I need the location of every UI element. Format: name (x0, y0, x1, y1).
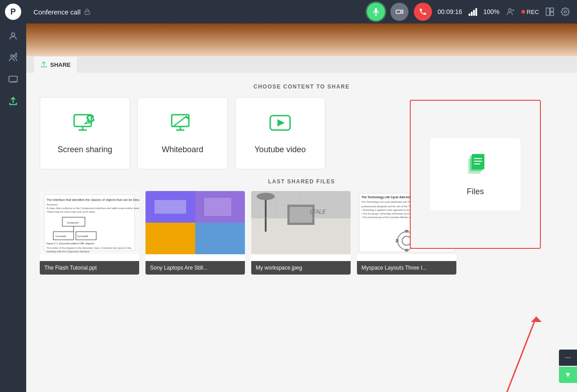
file-thumb-label-4: Myspace Layouts Three I... (357, 261, 456, 275)
svg-line-24 (174, 117, 186, 126)
share-tab[interactable]: SHARE (33, 56, 78, 73)
file-thumb-label-1: The Flash Tutorial.ppt (40, 261, 139, 275)
rec-dot (521, 10, 525, 14)
whiteboard-icon (170, 112, 195, 139)
svg-rect-52 (265, 196, 267, 232)
svg-text:A class that conforms to the C: A class that conforms to the Component i… (47, 207, 139, 210)
youtube-icon (267, 112, 293, 139)
svg-rect-10 (396, 10, 401, 14)
share-tab-bar: SHARE (26, 56, 577, 73)
sidebar-item-users[interactable] (3, 48, 23, 68)
svg-marker-26 (277, 119, 285, 126)
file-thumb-img-3: LTALE (251, 191, 351, 254)
lock-icon (84, 9, 90, 15)
svg-point-0 (11, 33, 14, 36)
svg-line-82 (505, 317, 536, 392)
svg-text:ConcreteA: ConcreteA (56, 235, 66, 238)
svg-rect-74 (396, 239, 399, 243)
svg-text:Figure 2.1: Document pattern U: Figure 2.1: Document pattern UML diagram (47, 242, 94, 245)
files-option[interactable]: Files (430, 138, 521, 210)
signal-strength (469, 8, 477, 16)
video-strip (26, 23, 577, 56)
svg-text:The interface that identifies : The interface that identifies the classe… (47, 198, 139, 202)
svg-point-53 (257, 193, 275, 200)
main-area: Conference call 00:09:16 100% (26, 0, 577, 392)
call-timer: 00:09:16 (437, 8, 462, 15)
file-thumb-2[interactable]: Sony Laptops Are Still... (145, 191, 245, 275)
sidebar-item-profile[interactable] (3, 26, 23, 46)
file-thumb-label-3: My workspace.jpeg (251, 261, 351, 275)
share-tab-icon (40, 61, 47, 68)
battery-level: 100% (483, 8, 500, 15)
mute-button[interactable] (367, 3, 385, 21)
svg-rect-46 (145, 223, 195, 254)
bottom-right-buttons: ··· ▼ (559, 350, 577, 383)
app-logo[interactable]: P (5, 4, 21, 20)
file-thumb-1[interactable]: The interface that identifies the classe… (40, 191, 139, 275)
svg-point-11 (508, 9, 511, 12)
whiteboard-label: Whiteboard (162, 145, 203, 154)
camera-button[interactable] (390, 3, 408, 21)
layout-icon[interactable] (545, 7, 554, 16)
settings-icon[interactable] (561, 7, 570, 16)
svg-rect-14 (546, 8, 550, 16)
file-thumb-3[interactable]: LTALE My workspace.jpeg (251, 191, 351, 275)
end-call-button[interactable] (414, 3, 432, 21)
file-thumb-label-2: Sony Laptops Are Still... (145, 261, 245, 275)
files-icon (464, 152, 487, 181)
svg-text:There may be more than one suc: There may be more than one such class. (47, 210, 96, 213)
share-tab-label: SHARE (50, 61, 71, 68)
svg-rect-49 (204, 198, 231, 216)
sidebar-item-chat[interactable] (3, 70, 23, 89)
svg-rect-6 (85, 11, 90, 14)
topbar-info: 00:09:16 100% REC (437, 7, 570, 16)
share-panel: CHOOSE CONTENT TO SHARE Sc (26, 73, 577, 392)
svg-text:ConcreteB: ConcreteB (77, 235, 88, 238)
chevron-button[interactable]: ▼ (559, 367, 577, 383)
sidebar: P (0, 0, 26, 392)
svg-rect-16 (550, 12, 554, 16)
files-label: Files (467, 187, 484, 196)
svg-rect-73 (405, 249, 408, 252)
svg-rect-7 (375, 9, 377, 13)
topbar: Conference call 00:09:16 100% (26, 0, 577, 23)
sidebar-item-share[interactable] (3, 91, 23, 111)
rec-label: REC (527, 9, 539, 15)
file-thumb-img-1: The interface that identifies the classe… (40, 191, 139, 254)
svg-rect-72 (405, 230, 408, 233)
youtube-option[interactable]: Youtube video (235, 97, 325, 169)
topbar-title: Conference call (33, 8, 90, 16)
screen-sharing-option[interactable]: Screen sharing (40, 97, 130, 169)
svg-marker-83 (531, 317, 542, 322)
svg-rect-15 (550, 8, 554, 12)
svg-text:The center of the diagram is t: The center of the diagram is the Decorat… (47, 247, 132, 249)
whiteboard-option[interactable]: Whiteboard (137, 97, 228, 169)
content-area: SHARE CHOOSE CONTENT TO SHARE (26, 23, 577, 392)
svg-point-1 (11, 55, 14, 58)
rec-badge: REC (521, 9, 539, 15)
svg-text:tionships with the Component i: tionships with the Component interface. (47, 250, 90, 253)
more-icon: ··· (565, 354, 571, 362)
svg-text:Component: Component (67, 221, 79, 224)
chevron-down-icon: ▼ (564, 371, 572, 379)
svg-text:LTALE: LTALE (310, 209, 326, 215)
screen-sharing-icon (72, 112, 98, 139)
more-button[interactable]: ··· (559, 350, 577, 366)
choose-title: CHOOSE CONTENT TO SHARE (35, 73, 568, 97)
svg-point-17 (564, 11, 567, 13)
svg-text:Accessor:: Accessor: (47, 203, 59, 206)
file-thumb-img-2 (145, 191, 245, 254)
files-highlight-box: Files (410, 100, 541, 249)
conference-title: Conference call (33, 8, 80, 16)
svg-rect-5 (9, 76, 17, 82)
svg-rect-47 (195, 223, 245, 254)
screen-sharing-label: Screen sharing (57, 145, 112, 154)
svg-point-2 (14, 55, 17, 58)
youtube-label: Youtube video (254, 145, 305, 154)
add-user-icon[interactable] (506, 7, 515, 16)
svg-rect-48 (155, 200, 186, 214)
